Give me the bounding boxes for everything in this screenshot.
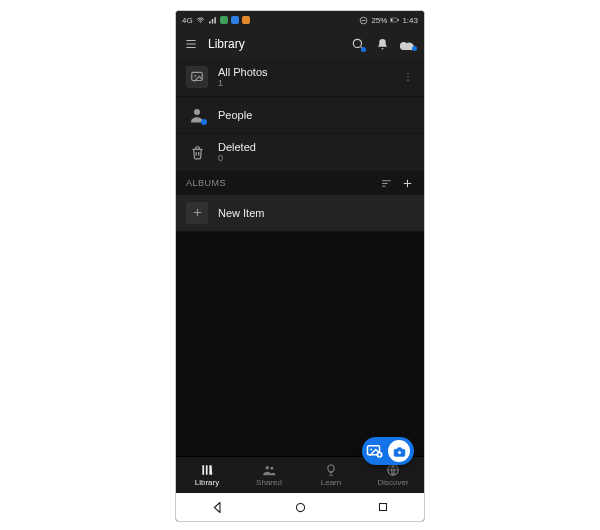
phone-frame: 4G 25% 1:43: [175, 10, 425, 522]
android-nav-bar: [176, 493, 424, 521]
tab-learn[interactable]: Learn: [300, 457, 362, 493]
add-photos-fab[interactable]: [362, 437, 414, 465]
clock: 1:43: [402, 16, 418, 25]
cloud-icon[interactable]: [400, 38, 416, 50]
tab-label: Shared: [256, 478, 282, 487]
svg-rect-20: [380, 504, 387, 511]
tab-label: Library: [195, 478, 219, 487]
tab-label: Learn: [321, 478, 341, 487]
app-notif-icon-1: [220, 16, 228, 24]
battery-icon: [390, 16, 399, 25]
tab-library[interactable]: Library: [176, 457, 238, 493]
svg-point-15: [397, 450, 400, 453]
row-all-photos[interactable]: All Photos 1: [176, 59, 424, 97]
page-title: Library: [208, 37, 341, 51]
svg-point-11: [194, 109, 200, 115]
signal-icon: [208, 16, 217, 25]
row-label: Deleted: [218, 141, 414, 153]
search-icon[interactable]: [351, 37, 365, 51]
library-list: All Photos 1 People: [176, 59, 424, 232]
tab-shared[interactable]: Shared: [238, 457, 300, 493]
svg-point-10: [407, 80, 409, 82]
svg-point-8: [407, 73, 409, 75]
status-bar: 4G 25% 1:43: [176, 11, 424, 29]
svg-point-9: [407, 77, 409, 79]
nav-home-icon[interactable]: [293, 500, 308, 515]
camera-icon: [388, 440, 410, 462]
dnd-icon: [359, 16, 368, 25]
image-icon: [186, 66, 208, 88]
app-bar: Library: [176, 29, 424, 59]
row-count: 0: [218, 153, 414, 164]
svg-point-7: [194, 75, 196, 77]
empty-area: [176, 232, 424, 456]
wifi-icon: [196, 16, 205, 25]
nav-back-icon[interactable]: [210, 500, 225, 515]
menu-icon[interactable]: [184, 37, 198, 51]
image-add-icon: [366, 443, 384, 459]
row-label: People: [218, 109, 414, 121]
people-icon: [186, 104, 208, 126]
app-notif-icon-2: [231, 16, 239, 24]
svg-point-0: [200, 22, 201, 23]
svg-point-16: [266, 466, 270, 470]
more-icon[interactable]: [402, 70, 414, 84]
row-new-item[interactable]: New Item: [176, 195, 424, 232]
row-count: 1: [218, 78, 392, 89]
trash-icon: [186, 141, 208, 163]
bell-icon[interactable]: [376, 38, 389, 51]
svg-point-17: [270, 467, 273, 470]
row-label: New Item: [218, 207, 414, 219]
svg-rect-4: [391, 19, 393, 22]
row-deleted[interactable]: Deleted 0: [176, 134, 424, 172]
svg-point-5: [353, 39, 361, 47]
app-notif-icon-3: [242, 16, 250, 24]
add-album-icon[interactable]: [401, 177, 414, 190]
sort-icon[interactable]: [380, 177, 393, 190]
tab-label: Discover: [377, 478, 408, 487]
network-4g-label: 4G: [182, 16, 193, 25]
battery-percent: 25%: [371, 16, 387, 25]
row-label: All Photos: [218, 66, 392, 78]
svg-rect-3: [398, 19, 399, 21]
row-people[interactable]: People: [176, 97, 424, 134]
plus-icon: [186, 202, 208, 224]
svg-point-19: [296, 503, 304, 511]
svg-point-13: [370, 449, 372, 451]
nav-recents-icon[interactable]: [376, 500, 390, 514]
albums-label: ALBUMS: [186, 178, 226, 188]
albums-section-header: ALBUMS: [176, 172, 424, 195]
